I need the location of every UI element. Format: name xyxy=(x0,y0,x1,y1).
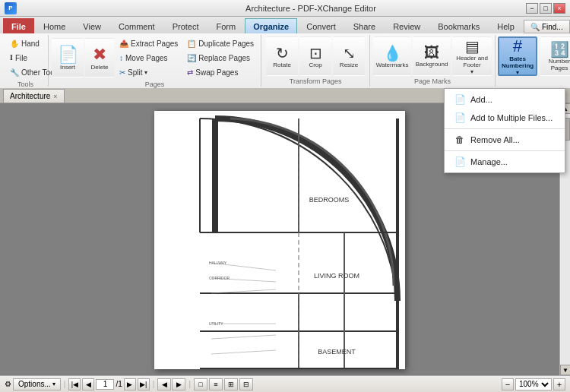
tab-file[interactable]: File xyxy=(3,18,34,33)
svg-text:HALLWAY: HALLWAY xyxy=(209,261,227,265)
hand-tool-button[interactable]: ✋ Hand xyxy=(6,36,45,50)
split-arrow-icon: ▾ xyxy=(144,69,147,76)
number-pages-button[interactable]: 🔢 NumberPages xyxy=(540,36,570,76)
next-page-button[interactable]: ▶ xyxy=(124,378,136,390)
header-footer-button[interactable]: ▤ Header and Footer ▾ xyxy=(452,36,492,76)
watermarks-icon: 💧 xyxy=(383,44,402,62)
crop-button[interactable]: ⊡ Crop xyxy=(299,36,331,76)
dropdown-manage-item[interactable]: 📄 Manage... xyxy=(445,153,565,171)
view-mode-buttons: ◀ ▶ xyxy=(157,378,185,390)
tab-bookmarks[interactable]: Bookmarks xyxy=(429,18,488,33)
single-page-view[interactable]: □ xyxy=(194,378,207,390)
background-button[interactable]: 🖼 Background xyxy=(413,36,451,76)
app-icon: P xyxy=(5,2,17,14)
pdf-page: BEDROOMS LIVING ROOM BASEMENT HALLWAY CO… xyxy=(154,111,405,369)
add-icon: 📄 xyxy=(454,93,466,106)
resize-button[interactable]: ⤡ Resize xyxy=(333,36,365,76)
bates-dropdown-arrow: ▾ xyxy=(516,69,519,76)
prev-page-button[interactable]: ◀ xyxy=(82,378,94,390)
split-button[interactable]: ✂ Split ▾ xyxy=(116,65,182,79)
doc-tab-label: Architecture xyxy=(10,92,50,100)
zoom-select[interactable]: 25% 50% 75% 100% 125% 150% 200% xyxy=(515,378,552,390)
number-pages-spacer xyxy=(559,76,561,85)
scroll-down-button[interactable]: ▼ xyxy=(560,365,570,375)
bates-numbering-group: # BatesNumbering ▾ xyxy=(496,35,540,87)
minimize-button[interactable]: − xyxy=(526,3,538,14)
tab-help[interactable]: Help xyxy=(489,18,523,33)
move-pages-button[interactable]: ↕ Move Pages xyxy=(116,51,182,65)
ribbon: File Home View Comment Protect Form Orga… xyxy=(0,17,570,88)
cover-view[interactable]: ⊟ xyxy=(239,378,253,390)
tab-convert[interactable]: Convert xyxy=(298,18,344,33)
first-page-button[interactable]: |◀ xyxy=(68,378,81,390)
page-number-input[interactable] xyxy=(96,379,114,390)
number-pages-group: 🔢 NumberPages xyxy=(540,35,570,87)
bates-numbering-button[interactable]: # BatesNumbering ▾ xyxy=(498,36,537,76)
options-arrow: ▾ xyxy=(52,381,55,387)
delete-icon: ✖ xyxy=(93,45,106,65)
status-bar: ⚙ Options... ▾ | |◀ ◀ /1 ▶ ▶| | ◀ ▶ | □ … xyxy=(0,375,570,392)
other-tools-button[interactable]: 🔧 Other Tools ▾ xyxy=(6,65,45,79)
blueprint-svg: BEDROOMS LIVING ROOM BASEMENT HALLWAY CO… xyxy=(154,111,405,369)
continuous-view[interactable]: ≡ xyxy=(209,378,223,390)
rotate-button[interactable]: ↻ Rotate xyxy=(266,36,298,76)
dropdown-separator-2 xyxy=(445,150,565,151)
dropdown-remove-all-item[interactable]: 🗑 Remove All... xyxy=(445,131,565,149)
swap-pages-button[interactable]: ⇄ Swap Pages xyxy=(183,65,258,79)
options-button[interactable]: Options... ▾ xyxy=(13,378,61,390)
svg-text:BEDROOMS: BEDROOMS xyxy=(309,196,350,204)
zoom-area: − 25% 50% 75% 100% 125% 150% 200% + xyxy=(502,378,565,390)
tab-protect[interactable]: Protect xyxy=(164,18,207,33)
rotate-icon: ↻ xyxy=(276,44,289,62)
extract-pages-button[interactable]: 📤 Extract Pages xyxy=(116,36,182,50)
document-tab[interactable]: Architecture × xyxy=(3,89,65,103)
tab-share[interactable]: Share xyxy=(345,18,384,33)
resize-icon: ⤡ xyxy=(343,44,356,62)
insert-button[interactable]: 📄 Insert xyxy=(52,38,84,77)
page-total-label: /1 xyxy=(116,380,122,388)
swap-icon: ⇄ xyxy=(187,68,193,77)
hand-icon: ✋ xyxy=(10,40,19,48)
delete-button[interactable]: ✖ Delete xyxy=(85,38,114,77)
duplicate-icon: 📋 xyxy=(187,40,196,48)
bates-dropdown-menu: 📄 Add... 📄 Add to Multiple Files... 🗑 Re… xyxy=(444,88,565,173)
tab-form[interactable]: Form xyxy=(208,18,245,33)
window-title: Architecture - PDF-XChange Editor xyxy=(96,4,526,13)
crop-icon: ⊡ xyxy=(309,44,322,62)
tab-view[interactable]: View xyxy=(74,18,109,33)
tools-group-label: Tools xyxy=(6,79,45,88)
dropdown-add-item[interactable]: 📄 Add... xyxy=(445,90,565,109)
manage-icon: 📄 xyxy=(454,156,466,168)
find-button[interactable]: 🔍 Find... xyxy=(524,20,570,33)
svg-text:CORRIDOR: CORRIDOR xyxy=(209,276,230,280)
watermarks-button[interactable]: 💧 Watermarks xyxy=(373,36,411,76)
maximize-button[interactable]: □ xyxy=(540,3,552,14)
cursor-icon: 𝐈 xyxy=(10,53,13,62)
svg-text:LIVING ROOM: LIVING ROOM xyxy=(314,272,359,280)
zoom-in-button[interactable]: + xyxy=(553,378,565,390)
close-button[interactable]: × xyxy=(553,3,565,14)
page-marks-group: 💧 Watermarks 🖼 Background ▤ Header and F… xyxy=(370,35,496,87)
page-navigation: |◀ ◀ /1 ▶ ▶| xyxy=(68,378,149,390)
transform-group: ↻ Rotate ⊡ Crop ⤡ Resize Transform Pages xyxy=(261,35,370,87)
tab-organize[interactable]: Organize xyxy=(245,18,297,33)
zoom-out-button[interactable]: − xyxy=(502,378,514,390)
number-pages-icon: 🔢 xyxy=(550,40,569,58)
back-button[interactable]: ◀ xyxy=(157,378,171,390)
facing-view[interactable]: ⊞ xyxy=(224,378,238,390)
insert-icon: 📄 xyxy=(58,45,78,65)
tab-review[interactable]: Review xyxy=(385,18,429,33)
svg-text:BASEMENT: BASEMENT xyxy=(318,348,356,356)
forward-button[interactable]: ▶ xyxy=(172,378,185,390)
tab-home[interactable]: Home xyxy=(35,18,74,33)
doc-tab-close[interactable]: × xyxy=(53,93,57,100)
replace-pages-button[interactable]: 🔄 Replace Pages xyxy=(183,51,258,65)
tab-comment[interactable]: Comment xyxy=(110,18,163,33)
dropdown-add-multiple-item[interactable]: 📄 Add to Multiple Files... xyxy=(445,109,565,127)
bates-group-spacer xyxy=(517,76,519,85)
page-marks-group-label: Page Marks xyxy=(373,76,492,85)
bates-icon: # xyxy=(513,36,522,56)
duplicate-pages-button[interactable]: 📋 Duplicate Pages xyxy=(183,36,258,50)
select-text-button[interactable]: 𝐈 File xyxy=(6,51,45,65)
last-page-button[interactable]: ▶| xyxy=(138,378,150,390)
